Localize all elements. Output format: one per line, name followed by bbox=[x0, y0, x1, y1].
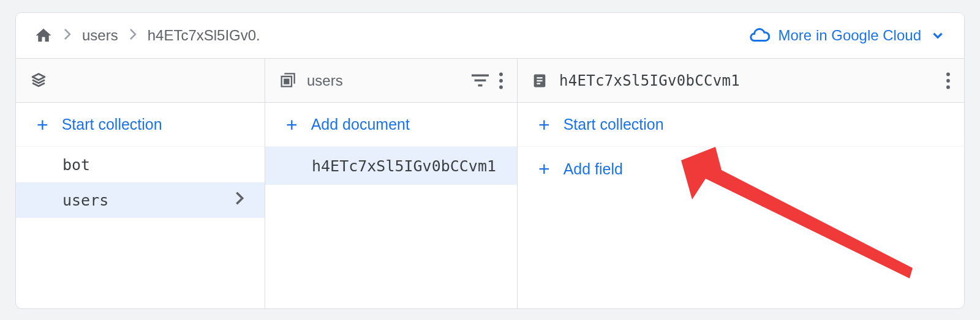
root-column-header bbox=[16, 59, 265, 103]
collection-label: bot bbox=[62, 156, 90, 174]
document-icon bbox=[531, 72, 548, 89]
firestore-panel: users h4ETc7xSl5IGv0. More in Google Clo… bbox=[15, 12, 965, 309]
home-icon[interactable] bbox=[34, 26, 53, 45]
root-icon bbox=[29, 72, 48, 90]
chevron-down-icon bbox=[930, 28, 946, 43]
collection-column-header: users bbox=[265, 59, 517, 103]
svg-point-12 bbox=[946, 79, 950, 83]
plus-icon: + bbox=[286, 115, 298, 135]
collection-label: users bbox=[62, 192, 108, 209]
action-label: Start collection bbox=[62, 116, 162, 133]
svg-rect-1 bbox=[472, 74, 489, 76]
cloud-icon bbox=[749, 25, 770, 46]
svg-rect-8 bbox=[537, 77, 542, 78]
document-column-header: h4ETc7xSl5IGv0bCCvm1 bbox=[518, 59, 964, 103]
chevron-right-icon bbox=[235, 191, 244, 209]
svg-point-6 bbox=[499, 85, 503, 89]
start-collection-button[interactable]: + Start collection bbox=[16, 103, 265, 147]
document-header-id: h4ETc7xSl5IGv0bCCvm1 bbox=[559, 72, 740, 89]
more-vertical-icon[interactable] bbox=[946, 72, 951, 89]
document-id: h4ETc7xSl5IGv0bCCvm1 bbox=[312, 157, 496, 175]
action-label: Add field bbox=[564, 160, 623, 178]
collection-item-bot[interactable]: bot bbox=[16, 147, 265, 182]
add-field-button[interactable]: + Add field bbox=[518, 147, 964, 191]
chevron-right-icon bbox=[129, 28, 137, 43]
plus-icon: + bbox=[538, 159, 550, 179]
svg-point-5 bbox=[499, 79, 503, 83]
add-document-button[interactable]: + Add document bbox=[265, 103, 517, 147]
collection-header-label: users bbox=[307, 72, 343, 89]
svg-rect-9 bbox=[537, 80, 542, 81]
svg-rect-10 bbox=[537, 83, 540, 84]
action-label: Add document bbox=[311, 116, 410, 133]
svg-rect-2 bbox=[475, 79, 486, 81]
svg-point-11 bbox=[946, 72, 950, 76]
start-collection-button-doc[interactable]: + Start collection bbox=[518, 103, 964, 147]
filter-icon[interactable] bbox=[472, 74, 489, 87]
action-label: Start collection bbox=[564, 116, 664, 133]
collection-item-users[interactable]: users bbox=[16, 182, 265, 218]
collection-icon bbox=[279, 72, 296, 89]
document-column: h4ETc7xSl5IGv0bCCvm1 + Start collection … bbox=[518, 59, 964, 308]
chevron-right-icon bbox=[64, 28, 71, 43]
document-item[interactable]: h4ETc7xSl5IGv0bCCvm1 bbox=[265, 147, 517, 185]
root-column: + Start collection bot users bbox=[16, 59, 265, 308]
plus-icon: + bbox=[538, 115, 550, 135]
svg-rect-0 bbox=[284, 78, 289, 84]
svg-rect-3 bbox=[478, 84, 483, 86]
columns: + Start collection bot users users bbox=[16, 59, 964, 308]
collection-column: users + Add document h4ETc7xSl5IGv0bCCvm… bbox=[265, 59, 518, 308]
breadcrumb-item[interactable]: h4ETc7xSl5IGv0. bbox=[148, 27, 260, 44]
breadcrumb-item[interactable]: users bbox=[82, 27, 118, 44]
more-vertical-icon[interactable] bbox=[499, 72, 503, 89]
svg-point-13 bbox=[946, 85, 950, 89]
breadcrumb-bar: users h4ETc7xSl5IGv0. More in Google Clo… bbox=[16, 13, 964, 59]
more-in-google-cloud-link[interactable]: More in Google Cloud bbox=[749, 25, 946, 46]
svg-point-4 bbox=[499, 72, 503, 76]
plus-icon: + bbox=[37, 115, 48, 135]
breadcrumb: users h4ETc7xSl5IGv0. bbox=[34, 26, 260, 45]
cloud-link-label: More in Google Cloud bbox=[778, 27, 921, 44]
